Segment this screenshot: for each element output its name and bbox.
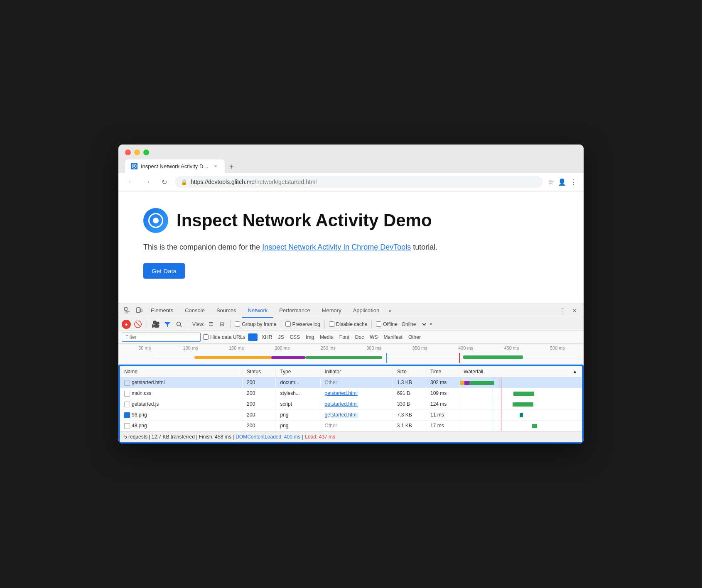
- cell-initiator: Other: [320, 377, 393, 388]
- preserve-log-checkbox[interactable]: Preserve log: [285, 321, 320, 327]
- tab-elements[interactable]: Elements: [145, 304, 179, 318]
- filter-manifest[interactable]: Manifest: [382, 333, 404, 341]
- filter-css[interactable]: CSS: [288, 333, 302, 341]
- offline-label: Offline: [383, 321, 397, 327]
- filter-button[interactable]: [163, 320, 172, 329]
- refresh-button[interactable]: ↻: [158, 176, 170, 188]
- initiator-link[interactable]: getstarted.html: [325, 401, 358, 407]
- waterfall-red-line: [501, 377, 501, 388]
- timeline-label-50: 50 ms: [122, 345, 167, 350]
- table-row[interactable]: main.css200stylesh...getstarted.html691 …: [120, 388, 582, 399]
- tab-application[interactable]: Application: [347, 304, 385, 318]
- file-icon: [124, 423, 130, 429]
- close-button[interactable]: [125, 149, 131, 155]
- avatar-icon[interactable]: 👤: [558, 178, 566, 186]
- filter-input[interactable]: [122, 333, 201, 342]
- throttle-select[interactable]: Online Fast 3G Slow 3G: [400, 321, 427, 328]
- initiator-link[interactable]: getstarted.html: [325, 390, 358, 396]
- th-initiator[interactable]: Initiator: [320, 366, 393, 377]
- th-time[interactable]: Time: [426, 366, 459, 377]
- file-icon: [124, 412, 130, 418]
- waterfall-red-line: [501, 410, 501, 420]
- filter-xhr[interactable]: XHR: [260, 333, 274, 341]
- devtools-inspect-icon[interactable]: [122, 305, 133, 316]
- more-icon[interactable]: ⋮: [570, 178, 577, 186]
- timeline-label-150: 150 ms: [214, 345, 259, 350]
- group-by-frame-checkbox[interactable]: Group by frame: [235, 321, 276, 327]
- toolbar-separator-1: [147, 321, 147, 328]
- initiator-link[interactable]: getstarted.html: [325, 412, 358, 418]
- offline-input[interactable]: [376, 321, 381, 327]
- hide-data-urls-input[interactable]: [203, 334, 209, 340]
- filter-bar: Hide data URLs All XHR JS CSS Img Media …: [118, 331, 584, 344]
- filter-other[interactable]: Other: [407, 333, 422, 341]
- tab-network[interactable]: Network: [242, 304, 274, 318]
- timeline-visual: [152, 352, 579, 364]
- record-button[interactable]: ●: [122, 320, 131, 329]
- timeline-label-100: 100 ms: [167, 345, 213, 350]
- minimize-button[interactable]: [134, 149, 140, 155]
- filter-ws[interactable]: WS: [368, 333, 379, 341]
- clear-button[interactable]: 🚫: [133, 320, 142, 329]
- filter-img[interactable]: Img: [304, 333, 316, 341]
- filter-doc[interactable]: Doc: [353, 333, 366, 341]
- devtools-device-icon[interactable]: [133, 305, 145, 316]
- cell-type: script: [276, 399, 320, 409]
- disable-cache-input[interactable]: [329, 321, 334, 327]
- th-status[interactable]: Status: [243, 366, 276, 377]
- waterfall-blue-line: [492, 399, 492, 409]
- search-button[interactable]: [174, 320, 184, 329]
- load-label: Load: 437 ms: [305, 434, 335, 440]
- filter-js[interactable]: JS: [276, 333, 285, 341]
- tab-memory[interactable]: Memory: [316, 304, 347, 318]
- active-tab[interactable]: Inspect Network Activity Demo ×: [125, 159, 225, 173]
- get-data-button[interactable]: Get Data: [143, 263, 185, 279]
- table-row[interactable]: getstarted.js200scriptgetstarted.html330…: [120, 399, 582, 409]
- hide-data-urls-checkbox[interactable]: Hide data URLs: [203, 334, 245, 340]
- preserve-log-input[interactable]: [285, 321, 291, 327]
- cell-initiator[interactable]: getstarted.html: [320, 388, 393, 399]
- cell-status: 200: [243, 388, 276, 399]
- th-waterfall[interactable]: Waterfall ▲: [459, 366, 582, 377]
- tree-view-button[interactable]: ⊟: [218, 320, 226, 328]
- th-name[interactable]: Name: [120, 366, 243, 377]
- devtools-close-button[interactable]: ×: [569, 305, 580, 316]
- new-tab-button[interactable]: +: [226, 161, 237, 173]
- cell-size: 691 B: [393, 388, 426, 399]
- timeline-label-300: 300 ms: [351, 345, 397, 350]
- maximize-button[interactable]: [143, 149, 149, 155]
- subtitle-suffix: tutorial.: [411, 243, 437, 251]
- tutorial-link[interactable]: Inspect Network Activity In Chrome DevTo…: [262, 243, 411, 251]
- th-size[interactable]: Size: [393, 366, 426, 377]
- filter-all-badge[interactable]: All: [248, 333, 258, 341]
- cell-status: 200: [243, 377, 276, 388]
- table-row[interactable]: 96.png200pnggetstarted.html7.3 KB11 ms: [120, 409, 582, 420]
- list-view-button[interactable]: ☰: [207, 320, 215, 328]
- table-row[interactable]: getstarted.html200docum...Other1.3 KB302…: [120, 377, 582, 388]
- forward-button[interactable]: →: [142, 176, 153, 188]
- disable-cache-checkbox[interactable]: Disable cache: [329, 321, 367, 327]
- svg-rect-2: [125, 308, 127, 310]
- cell-initiator[interactable]: getstarted.html: [320, 409, 393, 420]
- tab-performance[interactable]: Performance: [273, 304, 316, 318]
- lock-icon: 🔒: [181, 179, 187, 185]
- tab-sources[interactable]: Sources: [211, 304, 242, 318]
- filter-font[interactable]: Font: [338, 333, 351, 341]
- cell-name: 48.png: [120, 420, 243, 431]
- cell-initiator[interactable]: getstarted.html: [320, 399, 393, 409]
- bookmark-icon[interactable]: ☆: [548, 178, 554, 186]
- video-button[interactable]: 🎥: [151, 320, 160, 329]
- tab-close-icon[interactable]: ×: [212, 163, 219, 169]
- offline-checkbox[interactable]: Offline: [376, 321, 397, 327]
- tab-console[interactable]: Console: [179, 304, 211, 318]
- more-tabs-button[interactable]: »: [385, 304, 395, 317]
- filter-media[interactable]: Media: [318, 333, 335, 341]
- devtools-more-options-button[interactable]: ⋮: [556, 305, 568, 316]
- cell-name: main.css: [120, 388, 243, 399]
- table-row[interactable]: 48.png200pngOther3.1 KB17 ms: [120, 420, 582, 431]
- devtools-status-bar: 5 requests | 12.7 KB transferred | Finis…: [120, 431, 582, 442]
- back-button[interactable]: ←: [125, 176, 137, 188]
- th-type[interactable]: Type: [276, 366, 320, 377]
- group-by-frame-input[interactable]: [235, 321, 240, 327]
- url-bar[interactable]: 🔒 https://devtools.glitch.me/network/get…: [175, 176, 543, 188]
